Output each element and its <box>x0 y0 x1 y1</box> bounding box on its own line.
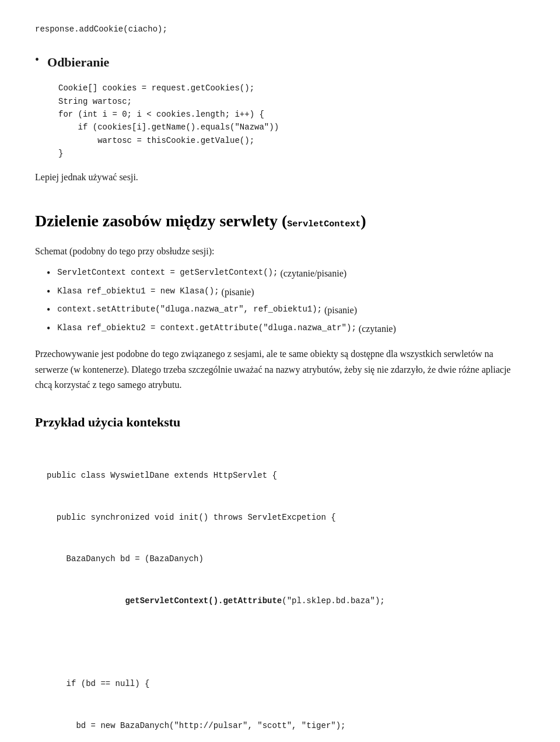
bullet-code-3: context.setAttribute("dluga.nazwa_atr", … <box>57 303 322 316</box>
odbieranie-code-block: Cookie[] cookies = request.getCookies();… <box>58 82 525 160</box>
code-line-5 <box>47 636 525 650</box>
top-code-line: response.addCookie(ciacho); <box>35 23 525 36</box>
bullet-suffix-3: (pisanie) <box>324 303 357 318</box>
list-item: ServletContext context = getServletConte… <box>35 266 525 281</box>
code-line-3: BazaDanych bd = (BazaDanych) <box>47 552 525 566</box>
code-line-6: if (bd == null) { <box>47 677 525 691</box>
dzielenie-bullet-list: ServletContext context = getServletConte… <box>35 266 525 336</box>
list-item: context.setAttribute("dluga.nazwa_atr", … <box>35 303 525 318</box>
list-item: Klasa ref_obiektu2 = context.getAttribut… <box>35 321 525 337</box>
bold-code-4: getServletContext().getAttribute <box>86 596 282 606</box>
odbieranie-bullet: • <box>35 52 39 67</box>
code-line-4: getServletContext().getAttribute("pl.skl… <box>47 594 525 608</box>
schemat-text: Schemat (podobny do tego przy obsłudze s… <box>35 244 525 259</box>
bullet-code-4: Klasa ref_obiektu2 = context.getAttribut… <box>57 321 356 334</box>
code-line-7: bd = new BazaDanych("http://pulsar", "sc… <box>47 719 525 733</box>
code-example-block: public class WyswietlDane extends HttpSe… <box>47 442 525 742</box>
dzielenie-heading: Dzielenie zasobów między serwlety (Servl… <box>35 208 525 235</box>
normal-code-4: ("pl.sklep.bd.baza"); <box>282 596 384 606</box>
bullet-suffix-2: (pisanie) <box>222 285 254 300</box>
lepiej-text: Lepiej jednak używać sesji. <box>35 170 525 185</box>
przyklad-heading: Przykład użycia kontekstu <box>35 412 525 432</box>
dzielenie-title-code: ServletContext <box>287 219 360 229</box>
dzielenie-title-suffix: ) <box>360 212 366 230</box>
code-line-2: public synchronized void init() throws S… <box>47 511 525 525</box>
bullet-suffix-4: (czytanie) <box>359 321 396 337</box>
dzielenie-paragraph: Przechowywanie jest podobne do tego zwią… <box>35 346 525 393</box>
bullet-suffix-1: (czytanie/pisanie) <box>280 266 346 281</box>
code-line-1: public class WyswietlDane extends HttpSe… <box>47 469 525 483</box>
bullet-code-2: Klasa ref_obiektu1 = new Klasa(); <box>57 285 219 298</box>
list-item: Klasa ref_obiektu1 = new Klasa(); (pisan… <box>35 285 525 300</box>
bullet-code-1: ServletContext context = getServletConte… <box>57 266 278 279</box>
dzielenie-title-text: Dzielenie zasobów między serwlety ( <box>35 212 287 230</box>
odbieranie-heading: Odbieranie <box>47 52 109 72</box>
